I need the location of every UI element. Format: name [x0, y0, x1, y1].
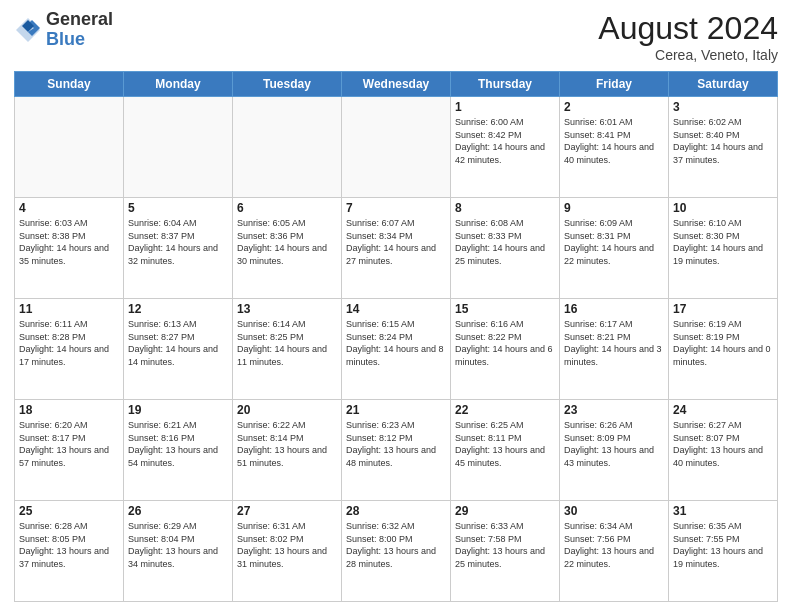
col-friday: Friday — [560, 72, 669, 97]
table-row: 22Sunrise: 6:25 AM Sunset: 8:11 PM Dayli… — [451, 400, 560, 501]
table-row: 10Sunrise: 6:10 AM Sunset: 8:30 PM Dayli… — [669, 198, 778, 299]
cell-info-text: Sunrise: 6:14 AM Sunset: 8:25 PM Dayligh… — [237, 318, 337, 368]
cell-day-number: 14 — [346, 302, 446, 316]
table-row: 26Sunrise: 6:29 AM Sunset: 8:04 PM Dayli… — [124, 501, 233, 602]
cell-info-text: Sunrise: 6:22 AM Sunset: 8:14 PM Dayligh… — [237, 419, 337, 469]
cell-day-number: 21 — [346, 403, 446, 417]
cell-info-text: Sunrise: 6:27 AM Sunset: 8:07 PM Dayligh… — [673, 419, 773, 469]
table-row: 18Sunrise: 6:20 AM Sunset: 8:17 PM Dayli… — [15, 400, 124, 501]
title-month: August 2024 — [598, 10, 778, 47]
cell-day-number: 18 — [19, 403, 119, 417]
cell-info-text: Sunrise: 6:33 AM Sunset: 7:58 PM Dayligh… — [455, 520, 555, 570]
cell-info-text: Sunrise: 6:26 AM Sunset: 8:09 PM Dayligh… — [564, 419, 664, 469]
col-tuesday: Tuesday — [233, 72, 342, 97]
table-row: 19Sunrise: 6:21 AM Sunset: 8:16 PM Dayli… — [124, 400, 233, 501]
cell-info-text: Sunrise: 6:03 AM Sunset: 8:38 PM Dayligh… — [19, 217, 119, 267]
table-row: 3Sunrise: 6:02 AM Sunset: 8:40 PM Daylig… — [669, 97, 778, 198]
table-row: 31Sunrise: 6:35 AM Sunset: 7:55 PM Dayli… — [669, 501, 778, 602]
cell-info-text: Sunrise: 6:11 AM Sunset: 8:28 PM Dayligh… — [19, 318, 119, 368]
table-row: 23Sunrise: 6:26 AM Sunset: 8:09 PM Dayli… — [560, 400, 669, 501]
cell-info-text: Sunrise: 6:20 AM Sunset: 8:17 PM Dayligh… — [19, 419, 119, 469]
logo-text: General Blue — [46, 10, 113, 50]
table-row: 8Sunrise: 6:08 AM Sunset: 8:33 PM Daylig… — [451, 198, 560, 299]
cell-info-text: Sunrise: 6:07 AM Sunset: 8:34 PM Dayligh… — [346, 217, 446, 267]
cell-info-text: Sunrise: 6:10 AM Sunset: 8:30 PM Dayligh… — [673, 217, 773, 267]
cell-day-number: 2 — [564, 100, 664, 114]
table-row: 14Sunrise: 6:15 AM Sunset: 8:24 PM Dayli… — [342, 299, 451, 400]
cell-info-text: Sunrise: 6:00 AM Sunset: 8:42 PM Dayligh… — [455, 116, 555, 166]
col-saturday: Saturday — [669, 72, 778, 97]
cell-day-number: 6 — [237, 201, 337, 215]
cell-info-text: Sunrise: 6:04 AM Sunset: 8:37 PM Dayligh… — [128, 217, 228, 267]
cell-info-text: Sunrise: 6:32 AM Sunset: 8:00 PM Dayligh… — [346, 520, 446, 570]
table-row — [342, 97, 451, 198]
table-row: 15Sunrise: 6:16 AM Sunset: 8:22 PM Dayli… — [451, 299, 560, 400]
cell-info-text: Sunrise: 6:01 AM Sunset: 8:41 PM Dayligh… — [564, 116, 664, 166]
table-row: 21Sunrise: 6:23 AM Sunset: 8:12 PM Dayli… — [342, 400, 451, 501]
cell-day-number: 7 — [346, 201, 446, 215]
cell-day-number: 24 — [673, 403, 773, 417]
cell-info-text: Sunrise: 6:19 AM Sunset: 8:19 PM Dayligh… — [673, 318, 773, 368]
cell-info-text: Sunrise: 6:05 AM Sunset: 8:36 PM Dayligh… — [237, 217, 337, 267]
cell-day-number: 9 — [564, 201, 664, 215]
cell-info-text: Sunrise: 6:29 AM Sunset: 8:04 PM Dayligh… — [128, 520, 228, 570]
col-wednesday: Wednesday — [342, 72, 451, 97]
table-row: 17Sunrise: 6:19 AM Sunset: 8:19 PM Dayli… — [669, 299, 778, 400]
table-row: 13Sunrise: 6:14 AM Sunset: 8:25 PM Dayli… — [233, 299, 342, 400]
cell-day-number: 19 — [128, 403, 228, 417]
cell-day-number: 1 — [455, 100, 555, 114]
table-row: 7Sunrise: 6:07 AM Sunset: 8:34 PM Daylig… — [342, 198, 451, 299]
col-sunday: Sunday — [15, 72, 124, 97]
cell-info-text: Sunrise: 6:13 AM Sunset: 8:27 PM Dayligh… — [128, 318, 228, 368]
cell-day-number: 13 — [237, 302, 337, 316]
table-row — [124, 97, 233, 198]
cell-info-text: Sunrise: 6:02 AM Sunset: 8:40 PM Dayligh… — [673, 116, 773, 166]
calendar-week-4: 18Sunrise: 6:20 AM Sunset: 8:17 PM Dayli… — [15, 400, 778, 501]
calendar-body: 1Sunrise: 6:00 AM Sunset: 8:42 PM Daylig… — [15, 97, 778, 602]
logo-blue-text: Blue — [46, 30, 113, 50]
cell-day-number: 5 — [128, 201, 228, 215]
cell-day-number: 20 — [237, 403, 337, 417]
calendar-table: Sunday Monday Tuesday Wednesday Thursday… — [14, 71, 778, 602]
cell-day-number: 11 — [19, 302, 119, 316]
table-row: 1Sunrise: 6:00 AM Sunset: 8:42 PM Daylig… — [451, 97, 560, 198]
table-row: 6Sunrise: 6:05 AM Sunset: 8:36 PM Daylig… — [233, 198, 342, 299]
cell-day-number: 8 — [455, 201, 555, 215]
header: General Blue August 2024 Cerea, Veneto, … — [14, 10, 778, 63]
table-row: 20Sunrise: 6:22 AM Sunset: 8:14 PM Dayli… — [233, 400, 342, 501]
table-row: 27Sunrise: 6:31 AM Sunset: 8:02 PM Dayli… — [233, 501, 342, 602]
title-block: August 2024 Cerea, Veneto, Italy — [598, 10, 778, 63]
cell-info-text: Sunrise: 6:23 AM Sunset: 8:12 PM Dayligh… — [346, 419, 446, 469]
table-row: 29Sunrise: 6:33 AM Sunset: 7:58 PM Dayli… — [451, 501, 560, 602]
table-row — [233, 97, 342, 198]
table-row: 28Sunrise: 6:32 AM Sunset: 8:00 PM Dayli… — [342, 501, 451, 602]
cell-day-number: 4 — [19, 201, 119, 215]
table-row: 16Sunrise: 6:17 AM Sunset: 8:21 PM Dayli… — [560, 299, 669, 400]
cell-day-number: 22 — [455, 403, 555, 417]
cell-day-number: 31 — [673, 504, 773, 518]
cell-info-text: Sunrise: 6:09 AM Sunset: 8:31 PM Dayligh… — [564, 217, 664, 267]
calendar-week-5: 25Sunrise: 6:28 AM Sunset: 8:05 PM Dayli… — [15, 501, 778, 602]
cell-day-number: 28 — [346, 504, 446, 518]
table-row: 24Sunrise: 6:27 AM Sunset: 8:07 PM Dayli… — [669, 400, 778, 501]
cell-info-text: Sunrise: 6:15 AM Sunset: 8:24 PM Dayligh… — [346, 318, 446, 368]
table-row — [15, 97, 124, 198]
table-row: 11Sunrise: 6:11 AM Sunset: 8:28 PM Dayli… — [15, 299, 124, 400]
table-row: 30Sunrise: 6:34 AM Sunset: 7:56 PM Dayli… — [560, 501, 669, 602]
logo: General Blue — [14, 10, 113, 50]
calendar-week-1: 1Sunrise: 6:00 AM Sunset: 8:42 PM Daylig… — [15, 97, 778, 198]
table-row: 2Sunrise: 6:01 AM Sunset: 8:41 PM Daylig… — [560, 97, 669, 198]
table-row: 4Sunrise: 6:03 AM Sunset: 8:38 PM Daylig… — [15, 198, 124, 299]
calendar-week-2: 4Sunrise: 6:03 AM Sunset: 8:38 PM Daylig… — [15, 198, 778, 299]
cell-day-number: 15 — [455, 302, 555, 316]
cell-day-number: 10 — [673, 201, 773, 215]
cell-info-text: Sunrise: 6:35 AM Sunset: 7:55 PM Dayligh… — [673, 520, 773, 570]
table-row: 9Sunrise: 6:09 AM Sunset: 8:31 PM Daylig… — [560, 198, 669, 299]
cell-day-number: 23 — [564, 403, 664, 417]
col-thursday: Thursday — [451, 72, 560, 97]
table-row: 25Sunrise: 6:28 AM Sunset: 8:05 PM Dayli… — [15, 501, 124, 602]
cell-day-number: 30 — [564, 504, 664, 518]
cell-day-number: 26 — [128, 504, 228, 518]
cell-day-number: 17 — [673, 302, 773, 316]
calendar-header-row: Sunday Monday Tuesday Wednesday Thursday… — [15, 72, 778, 97]
